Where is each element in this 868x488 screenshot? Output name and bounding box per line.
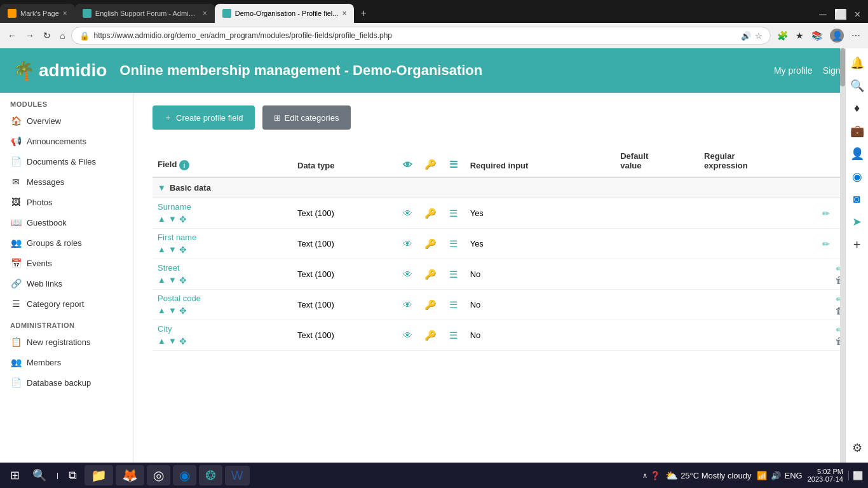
search-button[interactable]: 🔍 <box>27 466 51 485</box>
field-name-link[interactable]: Surname <box>158 202 191 212</box>
tab-profile-fields[interactable]: Demo-Organisation - Profile fiel... × <box>215 4 355 23</box>
field-name-link[interactable]: City <box>158 324 172 334</box>
new-tab-button[interactable]: + <box>354 4 372 23</box>
maximize-button[interactable]: ⬜ <box>832 6 850 23</box>
move-drag-handle[interactable]: ✥ <box>179 306 187 316</box>
required-value: No <box>470 269 481 279</box>
page-scrollbar[interactable] <box>840 48 845 463</box>
field-name-link[interactable]: Postal code <box>158 294 201 303</box>
move-up-button[interactable]: ▲ <box>158 336 166 346</box>
category-collapse-icon[interactable]: ▼ <box>158 183 166 193</box>
my-profile-link[interactable]: My profile <box>774 65 813 76</box>
edit-categories-button[interactable]: ⊞ Edit categories <box>262 105 351 130</box>
sidebar-item-weblinks[interactable]: 🔗 Web links <box>0 273 133 294</box>
move-down-button[interactable]: ▼ <box>168 336 177 346</box>
sidebar-item-groups[interactable]: 👥 Groups & roles <box>0 233 133 253</box>
announcements-icon: 📢 <box>10 136 22 146</box>
collections-button[interactable]: 📚 <box>809 28 825 43</box>
tab-close-button[interactable]: × <box>63 9 67 18</box>
edge-icon[interactable]: ◉ <box>848 167 867 186</box>
move-up-button[interactable]: ▲ <box>158 275 166 285</box>
firefox-button[interactable]: 🦊 <box>116 465 144 485</box>
field-name-link[interactable]: Street <box>158 263 180 273</box>
extensions-button[interactable]: 🧩 <box>775 28 790 43</box>
sidebar-item-announcements[interactable]: 📢 Announcements <box>0 131 133 151</box>
content-area: ＋ Create profile field ⊞ Edit categories… <box>133 93 868 488</box>
profile-button[interactable]: 👤 <box>827 26 846 45</box>
move-drag-handle[interactable]: ✥ <box>179 214 187 224</box>
chrome-button[interactable]: ◎ <box>147 465 170 485</box>
network-icon[interactable]: 📶 <box>757 471 767 480</box>
task-view-button[interactable]: ⧉ <box>64 466 82 485</box>
sidebar-item-members[interactable]: 👥 Members <box>0 352 133 372</box>
move-drag-handle[interactable]: ✥ <box>179 336 187 346</box>
sidebar-item-messages[interactable]: ✉ Messages <box>0 172 133 192</box>
sidebar-item-label: Announcements <box>27 137 86 146</box>
sidebar-item-new-registrations[interactable]: 📋 New registrations <box>0 332 133 352</box>
scrollbar-thumb[interactable] <box>840 48 845 86</box>
move-up-button[interactable]: ▲ <box>158 214 166 224</box>
move-up-button[interactable]: ▲ <box>158 245 166 255</box>
favorites-sidebar-icon[interactable]: ♦ <box>848 99 867 118</box>
menu-button[interactable]: ⋯ <box>849 28 863 43</box>
address-bar[interactable]: 🔒 https://www.admidio.org/demo_en/adm_pr… <box>71 27 771 44</box>
start-button[interactable]: ⊞ <box>5 466 25 485</box>
required-cell: Yes <box>465 198 616 229</box>
show-desktop-button[interactable]: ⬜ <box>848 471 863 480</box>
forward-button[interactable]: → <box>23 28 37 43</box>
move-up-button[interactable]: ▲ <box>158 306 166 316</box>
key-cell: 🔑 <box>419 259 442 290</box>
sidebar-item-database-backup[interactable]: 📄 Database backup <box>0 372 133 393</box>
admidio-button[interactable]: ❂ <box>199 465 222 485</box>
minimize-button[interactable]: ─ <box>817 6 829 23</box>
move-down-button[interactable]: ▼ <box>168 306 177 316</box>
plus-icon[interactable]: + <box>848 235 867 255</box>
file-explorer-button[interactable]: 📁 <box>85 465 113 485</box>
bell-icon[interactable]: 🔔 <box>848 53 867 72</box>
favorites-button[interactable]: ★ <box>793 28 806 43</box>
question-icon[interactable]: ❓ <box>650 471 660 480</box>
move-drag-handle[interactable]: ✥ <box>179 275 187 285</box>
tab-forum[interactable]: English Support Forum - Admidi... × <box>75 4 215 23</box>
sidebar-item-events[interactable]: 📅 Events <box>0 253 133 273</box>
move-drag-handle[interactable]: ✥ <box>179 245 187 255</box>
members-icon: 👥 <box>10 357 22 367</box>
refresh-button[interactable]: ↻ <box>41 28 53 43</box>
close-button[interactable]: × <box>852 6 863 23</box>
field-name-link[interactable]: First name <box>158 233 196 242</box>
tab-close-button[interactable]: × <box>203 9 207 18</box>
edge-button[interactable]: ◉ <box>173 465 196 485</box>
home-button[interactable]: ⌂ <box>57 28 67 43</box>
user-sidebar-icon[interactable]: 👤 <box>848 144 867 163</box>
required-value: No <box>470 330 481 340</box>
move-down-button[interactable]: ▼ <box>168 245 177 255</box>
send-icon[interactable]: ➤ <box>848 212 867 231</box>
chevron-up-icon[interactable]: ∧ <box>642 471 648 480</box>
photos-icon: 🖼 <box>10 197 22 207</box>
outlook-icon[interactable]: ◙ <box>848 190 867 208</box>
edit-button[interactable]: ✏ <box>822 239 830 249</box>
back-button[interactable]: ← <box>5 28 19 43</box>
th-required: Required input <box>465 145 616 177</box>
sidebar-item-photos[interactable]: 🖼 Photos <box>0 192 133 212</box>
move-down-button[interactable]: ▼ <box>168 214 177 224</box>
volume-icon[interactable]: 🔊 <box>771 471 781 480</box>
field-info-icon[interactable]: i <box>179 160 189 170</box>
gear-sidebar-icon[interactable]: ⚙ <box>848 438 867 458</box>
briefcase-icon[interactable]: 💼 <box>848 121 867 140</box>
table-row: City ▲ ▼ ✥ Text (100) <box>153 320 849 351</box>
sidebar-item-category-report[interactable]: ☰ Category report <box>0 294 133 314</box>
edit-button[interactable]: ✏ <box>822 208 830 219</box>
search-sidebar-icon[interactable]: 🔍 <box>848 76 867 95</box>
create-profile-field-button[interactable]: ＋ Create profile field <box>153 105 255 130</box>
sidebar-item-guestbook[interactable]: 📖 Guestbook <box>0 212 133 233</box>
sidebar-item-overview[interactable]: 🏠 Overview <box>0 111 133 131</box>
move-down-button[interactable]: ▼ <box>168 275 177 285</box>
word-button[interactable]: W <box>225 466 250 485</box>
modules-label: MODULES <box>0 93 133 111</box>
sidebar-item-documents[interactable]: 📄 Documents & Files <box>0 151 133 172</box>
tab-marks-page[interactable]: Mark's Page × <box>0 4 75 23</box>
required-value: No <box>470 300 481 309</box>
tab-close-button[interactable]: × <box>342 9 346 18</box>
star-icon[interactable]: ☆ <box>755 31 763 41</box>
